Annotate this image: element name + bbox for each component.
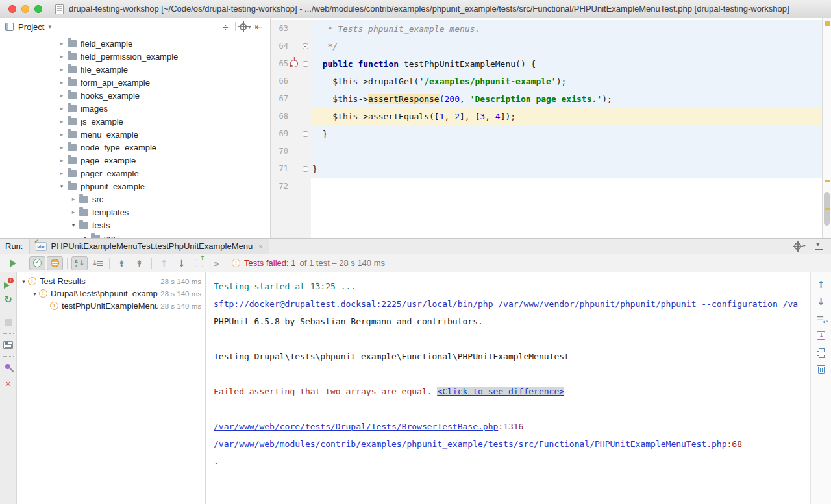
show-ignored-button[interactable] — [47, 256, 63, 270]
minimize-window-button[interactable] — [21, 5, 29, 13]
project-tree-item[interactable]: ▸page_example — [0, 154, 270, 167]
hide-panel-icon[interactable]: ⇤ — [252, 21, 265, 32]
code-line-text[interactable]: */ — [311, 38, 822, 55]
test-tree-row[interactable]: ▾Drupal\Tests\phpunit_example\Functional… — [17, 287, 205, 300]
expand-all-button[interactable] — [114, 256, 130, 270]
chevron-right-icon[interactable]: ▸ — [57, 79, 66, 86]
code-line-text[interactable]: public function testPhpUnitExampleMenu()… — [311, 55, 822, 73]
zoom-window-button[interactable] — [34, 5, 42, 13]
project-tree-item[interactable]: ▸images — [0, 102, 270, 115]
code-line[interactable]: 65 public function testPhpUnitExampleMen… — [271, 55, 822, 73]
collapse-all-icon[interactable]: ÷ — [219, 21, 232, 32]
code-line-text[interactable]: } — [311, 160, 822, 178]
chevron-down-icon[interactable]: ▾ — [48, 23, 51, 30]
soft-wrap-button[interactable] — [814, 310, 828, 327]
fold-marker-icon[interactable] — [303, 61, 308, 67]
chevron-down-icon[interactable]: ▾ — [69, 222, 78, 228]
code-line[interactable]: 69 } — [271, 125, 822, 143]
fold-marker-icon[interactable] — [303, 131, 308, 137]
code-line-text[interactable] — [311, 143, 822, 160]
editor[interactable]: 63 * Tests phpunit_example menus.64 */65… — [271, 18, 831, 238]
code-line[interactable]: 63 * Tests phpunit_example menus. — [271, 20, 822, 38]
project-tree-item[interactable]: ▸node_type_example — [0, 141, 270, 154]
fold-marker-icon[interactable] — [303, 43, 308, 49]
chevron-right-icon[interactable]: ▸ — [69, 196, 78, 202]
next-failed-test-button[interactable] — [173, 256, 190, 270]
scroll-to-end-button[interactable] — [814, 327, 828, 344]
project-tree-item[interactable]: ▸templates — [0, 206, 270, 219]
chevron-right-icon[interactable]: ▸ — [57, 118, 66, 125]
warning-stripe-mark[interactable] — [825, 208, 830, 210]
chevron-right-icon[interactable]: ▸ — [57, 40, 66, 47]
code-line-text[interactable]: } — [311, 125, 822, 143]
chevron-right-icon[interactable]: ▸ — [69, 209, 78, 215]
project-tree-item[interactable]: ▸form_api_example — [0, 76, 270, 89]
warning-stripe-mark[interactable] — [825, 180, 830, 182]
chevron-right-icon[interactable]: ▸ — [57, 131, 66, 138]
code-line-text[interactable]: $this->assertEquals([1, 2], [3, 4]); — [311, 108, 822, 125]
sort-by-duration-button[interactable] — [89, 256, 105, 270]
project-tree-item[interactable]: ▸field_permission_example — [0, 50, 270, 63]
warning-stripe-mark[interactable] — [825, 21, 830, 26]
close-tab-icon[interactable]: × — [258, 243, 262, 250]
sort-alphabetically-button[interactable] — [71, 256, 88, 270]
stop-button[interactable] — [1, 315, 16, 330]
rerun-failed-tests-button[interactable] — [1, 276, 16, 292]
test-tree-row[interactable]: testPhpUnitExampleMenu28 s 140 ms — [17, 300, 205, 312]
up-the-stack-trace-button[interactable] — [814, 276, 828, 293]
code-line[interactable]: 68 $this->assertEquals([1, 2], [3, 4]); — [271, 108, 822, 125]
chevron-right-icon[interactable]: ▸ — [57, 157, 66, 163]
project-tree-item[interactable]: ▸file_example — [0, 63, 270, 76]
chevron-down-icon[interactable]: ▾ — [57, 183, 66, 189]
chevron-down-icon[interactable]: ▾ — [31, 291, 39, 297]
chevron-down-icon[interactable]: ▾ — [81, 235, 90, 238]
run-tab[interactable]: PHPUnitExampleMenuTest.testPhpUnitExampl… — [29, 239, 269, 254]
toggle-auto-test-button[interactable] — [1, 292, 16, 307]
editor-filler[interactable] — [271, 195, 822, 238]
code-area[interactable]: 63 * Tests phpunit_example menus.64 */65… — [271, 18, 822, 238]
clear-all-button[interactable] — [814, 361, 828, 378]
code-line-text[interactable] — [311, 178, 822, 195]
show-passed-button[interactable] — [29, 256, 45, 270]
chevron-right-icon[interactable]: ▸ — [57, 144, 66, 150]
console-link[interactable]: /var/www/web/modules/contrib/examples/ph… — [214, 439, 727, 449]
chevron-right-icon[interactable]: ▸ — [57, 53, 66, 60]
gear-icon[interactable]: ▾ — [239, 21, 252, 32]
code-line[interactable]: 70 — [271, 143, 822, 160]
print-button[interactable] — [814, 344, 828, 361]
code-line-text[interactable]: * Tests phpunit_example menus. — [311, 20, 822, 38]
collapse-all-button[interactable] — [131, 256, 147, 270]
chevron-right-icon[interactable]: ▸ — [57, 105, 66, 112]
restore-layout-button[interactable] — [1, 337, 16, 353]
test-console[interactable]: Testing started at 13:25 ...sftp://docke… — [206, 272, 810, 504]
console-link[interactable]: <Click to see difference> — [437, 387, 564, 396]
test-history-button[interactable] — [191, 256, 207, 270]
hide-run-panel-icon[interactable] — [815, 243, 823, 250]
project-tree-item[interactable]: ▾phpunit_example — [0, 180, 270, 193]
pin-tab-button[interactable] — [1, 360, 16, 376]
previous-failed-test-button[interactable] — [156, 256, 172, 270]
project-tree-item[interactable]: ▸src — [0, 193, 270, 206]
chevron-right-icon[interactable]: ▸ — [57, 170, 66, 176]
code-line[interactable]: 67 $this->assertResponse(200, 'Descripti… — [271, 90, 822, 108]
project-tree-item[interactable]: ▾tests — [0, 219, 270, 232]
project-panel-title[interactable]: Project — [18, 22, 44, 32]
project-tree-item[interactable]: ▸field_example — [0, 37, 270, 50]
project-tree-item[interactable]: ▸hooks_example — [0, 89, 270, 102]
project-tree-item[interactable]: ▾src — [0, 232, 270, 238]
fold-marker-icon[interactable] — [303, 166, 308, 172]
failed-test-run-icon[interactable] — [290, 60, 298, 67]
rerun-button[interactable] — [5, 256, 21, 270]
code-line[interactable]: 72 — [271, 178, 822, 195]
project-tree-item[interactable]: ▸menu_example — [0, 128, 270, 141]
down-the-stack-trace-button[interactable] — [814, 293, 828, 310]
code-line-text[interactable]: $this->assertResponse(200, 'Description … — [311, 90, 822, 108]
close-window-button[interactable] — [8, 5, 16, 13]
code-line[interactable]: 66 $this->drupalGet('/examples/phpunit-e… — [271, 73, 822, 90]
run-settings-gear-icon[interactable]: ▾ — [793, 241, 806, 252]
test-tree-row[interactable]: ▾Test Results28 s 140 ms — [17, 275, 205, 287]
project-tree-item[interactable]: ▸js_example — [0, 115, 270, 128]
code-line[interactable]: 71} — [271, 160, 822, 178]
chevron-right-icon[interactable]: ▸ — [57, 92, 66, 99]
code-line[interactable]: 64 */ — [271, 38, 822, 55]
